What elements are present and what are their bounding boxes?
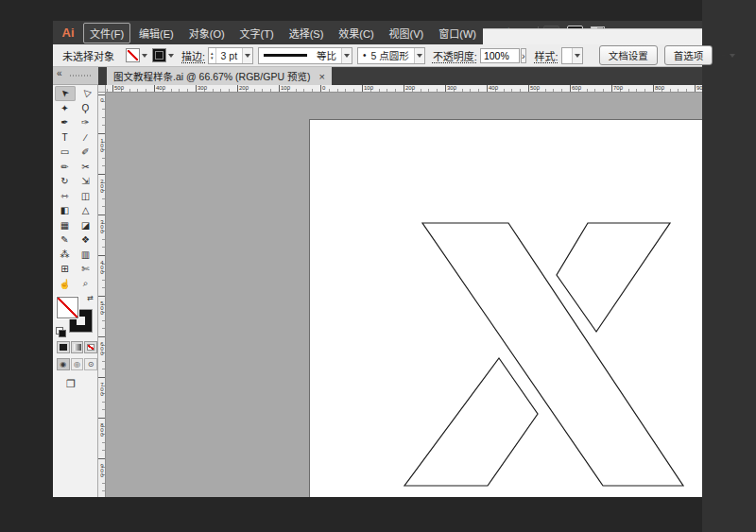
menu-item[interactable]: 窗口(W)	[432, 23, 483, 43]
zoom-tool[interactable]: ⌕	[76, 277, 96, 292]
hand-tool[interactable]: ☝	[55, 277, 76, 292]
stroke-weight-field[interactable]: ▴ ▾ 3 pt	[208, 47, 253, 64]
stroke-chevron-down-icon[interactable]	[166, 49, 175, 61]
rectangle-tool[interactable]: ▭	[55, 145, 76, 160]
opacity-more-button[interactable]: ›	[521, 48, 526, 63]
swap-fill-stroke-icon[interactable]: ⇄	[87, 294, 94, 302]
stroke-color-swatch[interactable]	[152, 48, 166, 62]
fill-proxy-swatch[interactable]	[57, 297, 78, 318]
document-setup-button[interactable]: 文档设置	[599, 45, 658, 65]
free-transform-tool-icon: ◫	[81, 191, 90, 201]
style-dropdown[interactable]	[561, 47, 583, 64]
shape-builder-tool[interactable]: ◧	[55, 203, 76, 218]
h-ruler-label: 200	[239, 85, 249, 91]
none-button[interactable]	[84, 341, 97, 353]
free-transform-tool[interactable]: ◫	[76, 189, 96, 204]
line-segment-tool-icon: ∕	[85, 132, 87, 143]
opacity-label[interactable]: 不透明度:	[433, 48, 477, 63]
close-tab-icon[interactable]: ×	[318, 71, 324, 82]
v-ruler-label: 700	[98, 382, 105, 396]
default-fill-stroke-icon[interactable]	[56, 327, 65, 336]
fill-chevron-down-icon[interactable]	[140, 49, 148, 61]
panel-drag-handle[interactable]	[70, 75, 93, 77]
curvature-tool[interactable]: ✑	[76, 115, 96, 130]
stroke-weight-stepper[interactable]: ▴ ▾	[209, 48, 216, 63]
x-letter-top-right-piece[interactable]	[557, 223, 670, 332]
type-tool-icon: T	[61, 132, 67, 143]
menu-item[interactable]: 选择(S)	[283, 23, 331, 43]
h-ruler-label: 300	[198, 85, 207, 91]
column-graph-tool[interactable]: ▥	[76, 248, 96, 263]
v-ruler-label: 400	[98, 260, 105, 274]
pen-tool-icon: ✒	[60, 117, 68, 128]
slice-tool[interactable]: ✄	[76, 262, 96, 277]
width-tool[interactable]: ⇿	[55, 189, 76, 204]
x-letter-bottom-left-piece[interactable]	[404, 358, 538, 486]
draw-normal-mode[interactable]: ◉	[57, 358, 70, 370]
panel-menu-chevron-down-icon[interactable]	[730, 49, 735, 61]
artboard-tool[interactable]: ⊞	[55, 262, 76, 277]
blend-tool[interactable]: ❖	[76, 232, 96, 248]
preferences-button[interactable]: 首选项	[664, 45, 713, 65]
stroke-label[interactable]: 描边:	[181, 48, 205, 63]
h-ruler-label: 300	[447, 85, 456, 91]
h-ruler-label: 0	[322, 85, 325, 91]
screen-mode-button[interactable]: ❐	[66, 378, 97, 390]
stepper-down-icon[interactable]: ▾	[211, 56, 214, 60]
draw-behind-mode[interactable]: ◎	[71, 358, 84, 370]
paintbrush-tool[interactable]: ✐	[76, 145, 96, 160]
tools-panel: ➤▷✦Ϙ✒✑T∕▭✐✏✂↻⇲⇿◫◧△▦◪✎❖⁂▥⊞✄☝⌕ ⇄ ◉◎⊙ ❐	[53, 85, 98, 497]
width-profile-chevron-down-icon[interactable]	[341, 48, 352, 63]
type-tool[interactable]: T	[55, 130, 76, 146]
panel-menu-icon[interactable]: ⊟	[719, 49, 728, 61]
horizontal-ruler[interactable]: 5004003002001000100200300400500600700800…	[106, 85, 702, 93]
brush-chevron-down-icon[interactable]	[414, 48, 424, 63]
style-label[interactable]: 样式:	[535, 48, 558, 63]
gradient-tool[interactable]: ◪	[76, 218, 96, 233]
rotate-tool[interactable]: ↻	[55, 174, 76, 189]
canvas-viewport[interactable]	[106, 93, 702, 497]
symbol-sprayer-tool[interactable]: ⁂	[55, 248, 76, 263]
mesh-tool[interactable]: ▦	[55, 218, 76, 233]
draw-inside-mode[interactable]: ⊙	[84, 358, 97, 370]
direct-selection-tool[interactable]: ▷	[76, 86, 96, 101]
scissors-tool[interactable]: ✂	[76, 160, 96, 175]
opacity-input[interactable]	[480, 48, 520, 63]
shaper-tool[interactable]: ✏	[55, 160, 76, 175]
width-profile-dropdown[interactable]: 等比	[258, 47, 352, 64]
menu-item[interactable]: 文字(T)	[233, 23, 281, 43]
pen-tool[interactable]: ✒	[55, 115, 76, 130]
vertical-ruler[interactable]: 01002003004005006007008009001000	[98, 93, 106, 497]
ruler-origin-corner[interactable]	[98, 85, 106, 93]
artboard[interactable]	[309, 119, 702, 497]
menu-item[interactable]: 视图(V)	[383, 23, 431, 43]
selection-tool-icon: ➤	[59, 87, 72, 100]
collapse-panel-icon[interactable]: «	[57, 68, 62, 78]
eyedropper-tool[interactable]: ✎	[55, 232, 76, 248]
style-chevron-down-icon[interactable]	[572, 48, 582, 63]
lasso-tool[interactable]: Ϙ	[76, 101, 96, 116]
h-ruler-label: 800	[655, 85, 664, 91]
scale-tool[interactable]: ⇲	[76, 174, 96, 189]
illustrator-logo-icon: Ai	[59, 25, 77, 42]
width-profile-preview	[264, 54, 307, 57]
document-tab[interactable]: 图文教程样条.ai @ 66.67% (RGB/GPU 预览) ×	[107, 67, 332, 85]
gradient-button[interactable]	[71, 341, 84, 353]
document-tab-bar: « 图文教程样条.ai @ 66.67% (RGB/GPU 预览) ×	[53, 67, 702, 85]
brush-dropdown[interactable]: • 5 点圆形	[357, 47, 425, 64]
fill-color-swatch[interactable]	[126, 48, 140, 62]
color-button[interactable]	[57, 341, 70, 353]
menu-bar: Ai 文件(F)编辑(E)对象(O)文字(T)选择(S)效果(C)视图(V)窗口…	[53, 21, 702, 44]
selection-status: 未选择对象	[62, 48, 114, 63]
swatch-type-row	[57, 341, 97, 353]
perspective-grid-tool[interactable]: △	[76, 203, 96, 218]
perspective-grid-tool-icon: △	[82, 205, 90, 215]
menu-item[interactable]: 效果(C)	[332, 23, 380, 43]
stroke-weight-chevron-down-icon[interactable]	[242, 48, 252, 63]
menu-item[interactable]: 文件(F)	[83, 23, 130, 43]
selection-tool[interactable]: ➤	[55, 86, 76, 101]
menu-item[interactable]: 编辑(E)	[132, 23, 180, 43]
menu-item[interactable]: 对象(O)	[182, 23, 232, 43]
magic-wand-tool[interactable]: ✦	[55, 101, 76, 116]
line-segment-tool[interactable]: ∕	[76, 130, 96, 146]
